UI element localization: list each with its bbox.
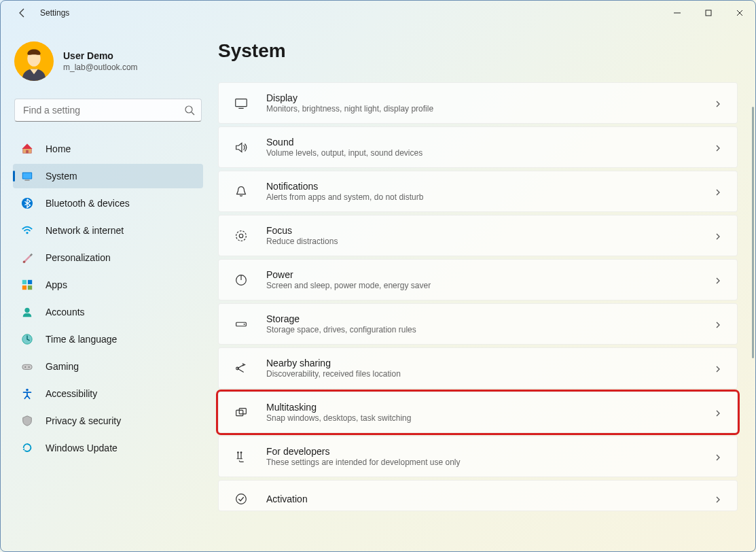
- nav-label: Accessibility: [46, 388, 97, 399]
- svg-point-35: [236, 494, 247, 504]
- chevron-right-icon: [714, 231, 723, 241]
- page-title: System: [218, 40, 738, 62]
- dev-icon: [232, 448, 250, 466]
- svg-rect-12: [22, 280, 26, 284]
- search-box: [14, 99, 202, 122]
- nav-privacy[interactable]: Privacy & security: [13, 409, 203, 433]
- apps-icon: [21, 279, 33, 291]
- bluetooth-icon: [21, 197, 33, 209]
- titlebar: Settings: [1, 1, 755, 25]
- card-title: Notifications: [266, 181, 700, 192]
- card-subtitle: Reduce distractions: [266, 237, 700, 246]
- chevron-right-icon: [714, 275, 723, 285]
- card-subtitle: Alerts from apps and system, do not dist…: [266, 192, 700, 202]
- nav-apps[interactable]: Apps: [13, 273, 203, 297]
- chevron-right-icon: [714, 452, 723, 462]
- nav-home[interactable]: Home: [13, 137, 203, 161]
- svg-point-3: [185, 106, 192, 113]
- nav-accessibility[interactable]: Accessibility: [13, 381, 203, 406]
- nav-label: Windows Update: [46, 443, 118, 453]
- avatar: [14, 41, 54, 81]
- svg-point-34: [240, 451, 242, 453]
- nav-network[interactable]: Network & internet: [13, 218, 203, 243]
- svg-point-11: [23, 261, 26, 264]
- update-icon: [21, 442, 33, 454]
- nav-accounts[interactable]: Accounts: [13, 300, 203, 324]
- card-subtitle: These settings are intended for developm…: [266, 458, 700, 467]
- scrollbar[interactable]: [751, 25, 754, 551]
- back-button[interactable]: [17, 7, 28, 18]
- card-title: For developers: [266, 446, 700, 457]
- card-activation[interactable]: Activation: [218, 480, 738, 511]
- nav-system[interactable]: System: [13, 164, 203, 188]
- svg-point-10: [26, 232, 28, 234]
- nav-label: Personalization: [46, 252, 111, 263]
- sidebar: User Demo m_lab@outlook.com Home Syste: [1, 25, 211, 551]
- titlebar-left: Settings: [1, 7, 662, 18]
- card-title: Power: [266, 269, 700, 280]
- nav-gaming[interactable]: Gaming: [13, 354, 203, 379]
- svg-rect-13: [28, 280, 32, 284]
- card-focus[interactable]: FocusReduce distractions: [218, 215, 738, 256]
- nav-time-language[interactable]: Time & language: [13, 327, 203, 351]
- sound-icon: [232, 139, 250, 156]
- nav-label: Gaming: [46, 361, 79, 372]
- chevron-right-icon: [714, 408, 723, 417]
- card-nearby-sharing[interactable]: Nearby sharingDiscoverability, received …: [218, 347, 738, 389]
- card-title: Display: [266, 92, 700, 103]
- scrollbar-thumb[interactable]: [752, 107, 754, 358]
- minimize-button[interactable]: [662, 1, 693, 25]
- card-notifications[interactable]: NotificationsAlerts from apps and system…: [218, 171, 738, 212]
- svg-point-21: [26, 389, 29, 392]
- nav-personalization[interactable]: Personalization: [13, 245, 203, 270]
- chevron-right-icon: [714, 187, 723, 196]
- display-icon: [232, 94, 250, 112]
- chevron-right-icon: [714, 364, 723, 373]
- nav-windows-update[interactable]: Windows Update: [13, 436, 203, 460]
- card-for-developers[interactable]: For developersThese settings are intende…: [218, 436, 738, 477]
- nav-label: Privacy & security: [46, 415, 121, 426]
- nav-label: System: [46, 171, 77, 182]
- search-input[interactable]: [14, 99, 202, 122]
- clock-globe-icon: [21, 333, 33, 345]
- profile-name: User Demo: [63, 50, 138, 61]
- card-subtitle: Storage space, drives, configuration rul…: [266, 325, 700, 334]
- activation-icon: [232, 490, 250, 508]
- nav: Home System Bluetooth & devices Network …: [13, 137, 203, 460]
- card-sound[interactable]: SoundVolume levels, output, input, sound…: [218, 126, 738, 168]
- svg-point-20: [29, 366, 30, 368]
- nav-label: Apps: [46, 279, 67, 290]
- chevron-right-icon: [714, 494, 723, 504]
- close-button[interactable]: [724, 1, 755, 25]
- nav-label: Bluetooth & devices: [46, 198, 130, 209]
- maximize-button[interactable]: [693, 1, 724, 25]
- svg-rect-1: [706, 10, 711, 16]
- nav-bluetooth[interactable]: Bluetooth & devices: [13, 191, 203, 215]
- svg-line-4: [192, 112, 194, 115]
- chevron-right-icon: [714, 99, 723, 108]
- svg-point-16: [24, 308, 29, 313]
- svg-point-29: [244, 324, 245, 325]
- nav-label: Time & language: [46, 334, 117, 345]
- gamepad-icon: [21, 360, 33, 373]
- svg-rect-5: [26, 150, 29, 154]
- card-title: Activation: [266, 494, 700, 504]
- shield-icon: [21, 415, 33, 427]
- svg-rect-8: [24, 179, 29, 180]
- chevron-right-icon: [714, 320, 723, 329]
- window-title: Settings: [40, 8, 69, 18]
- profile-text: User Demo m_lab@outlook.com: [63, 50, 138, 72]
- profile-block[interactable]: User Demo m_lab@outlook.com: [13, 41, 203, 99]
- svg-rect-14: [22, 286, 26, 290]
- person-icon: [21, 306, 33, 318]
- card-power[interactable]: PowerScreen and sleep, power mode, energ…: [218, 259, 738, 300]
- svg-point-25: [239, 234, 243, 238]
- card-subtitle: Discoverability, received files location: [266, 369, 700, 379]
- card-multitasking[interactable]: MultitaskingSnap windows, desktops, task…: [218, 392, 738, 433]
- main-inner: System DisplayMonitors, brightness, nigh…: [211, 25, 751, 551]
- card-title: Storage: [266, 313, 700, 324]
- card-display[interactable]: DisplayMonitors, brightness, night light…: [218, 82, 738, 124]
- card-title: Nearby sharing: [266, 358, 700, 368]
- card-subtitle: Snap windows, desktops, task switching: [266, 413, 700, 423]
- card-storage[interactable]: StorageStorage space, drives, configurat…: [218, 303, 738, 345]
